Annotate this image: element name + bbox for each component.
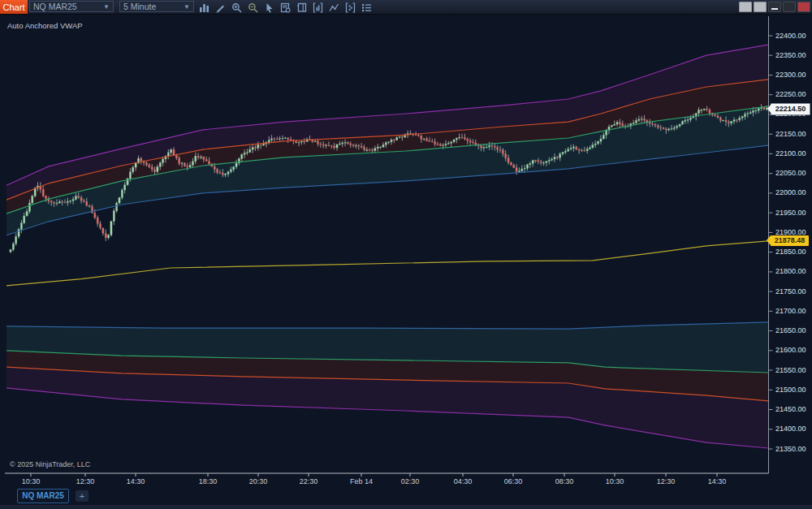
instrument-dropdown[interactable]: ▼ NQ MAR25 bbox=[29, 1, 114, 12]
price-axis-label: 21800.00 bbox=[775, 267, 806, 275]
price-axis-label: 21350.00 bbox=[775, 445, 806, 453]
price-axis-label: 22100.00 bbox=[775, 149, 806, 157]
price-axis-label: 21500.00 bbox=[775, 386, 806, 394]
vwap-price-value: 21878.48 bbox=[775, 236, 806, 244]
price-axis-label: 22000.00 bbox=[775, 188, 806, 196]
time-axis-label: 12:30 bbox=[657, 477, 676, 485]
time-axis-label: 20:30 bbox=[249, 477, 268, 485]
price-axis-label: 21850.00 bbox=[775, 248, 806, 256]
time-axis-label: 10:30 bbox=[22, 477, 41, 485]
minimize-icon bbox=[771, 8, 778, 10]
pencil-icon[interactable] bbox=[215, 2, 226, 12]
bar-chart-icon[interactable] bbox=[199, 2, 209, 12]
close-button[interactable] bbox=[797, 2, 810, 12]
chart-menu-button[interactable]: Chart bbox=[0, 0, 28, 14]
panel-button-1[interactable] bbox=[739, 2, 752, 12]
interval-dropdown-value: 5 Minute bbox=[123, 2, 156, 11]
copyright-text: © 2025 NinjaTrader, LLC bbox=[10, 460, 90, 468]
chart-canvas[interactable]: Auto Anchored VWAP © 2025 NinjaTrader, L… bbox=[0, 14, 812, 509]
time-axis-label: 10:30 bbox=[606, 477, 624, 485]
price-axis-label: 22250.00 bbox=[775, 90, 806, 98]
price-axis-label: 21600.00 bbox=[775, 346, 806, 354]
price-axis-label: 21950.00 bbox=[775, 209, 806, 217]
chevron-down-icon: ▼ bbox=[184, 2, 190, 12]
zoom-out-icon[interactable] bbox=[248, 2, 258, 12]
vwap-line bbox=[6, 241, 768, 286]
time-axis-label: Feb 14 bbox=[350, 477, 373, 485]
interval-dropdown[interactable]: ▼ 5 Minute bbox=[119, 1, 194, 12]
list-icon[interactable] bbox=[361, 2, 372, 12]
strategy-icon[interactable] bbox=[345, 2, 356, 12]
add-tab-button[interactable]: + bbox=[76, 490, 89, 502]
time-axis-label: 22:30 bbox=[300, 477, 318, 485]
price-axis-label: 21450.00 bbox=[775, 405, 806, 413]
price-axis-label: 21650.00 bbox=[775, 326, 806, 334]
minimize-button[interactable] bbox=[768, 2, 781, 12]
chevron-down-icon: ▼ bbox=[103, 2, 110, 12]
price-axis-label: 21700.00 bbox=[775, 307, 806, 315]
time-axis-label: 12:30 bbox=[76, 477, 95, 485]
time-axis-label: 04:30 bbox=[454, 477, 473, 485]
instrument-dropdown-value: NQ MAR25 bbox=[33, 2, 77, 11]
time-axis-label: 06:30 bbox=[504, 477, 523, 485]
line-chart-icon[interactable] bbox=[329, 2, 339, 12]
window-controls bbox=[737, 2, 810, 11]
price-axis-label: 21400.00 bbox=[775, 425, 806, 433]
market-analyzer-icon[interactable] bbox=[313, 2, 323, 12]
tab-nq-mar25[interactable]: NQ MAR25 bbox=[17, 489, 69, 503]
time-axis-label: 14:30 bbox=[708, 477, 727, 485]
toolbar-icons bbox=[199, 2, 378, 12]
chart-trader-icon[interactable] bbox=[296, 2, 307, 12]
last-price-value: 22214.50 bbox=[775, 105, 806, 113]
indicator-label: Auto Anchored VWAP bbox=[7, 21, 83, 30]
tab-bar-strip bbox=[0, 505, 812, 509]
panel-button-2[interactable] bbox=[754, 2, 767, 12]
price-axis-label: 22350.00 bbox=[775, 51, 806, 59]
price-axis-label: 22300.00 bbox=[775, 71, 806, 79]
price-axis-label: 22400.00 bbox=[775, 32, 806, 40]
price-chart bbox=[0, 0, 812, 509]
vwap-price-marker: 21878.48 bbox=[771, 235, 809, 246]
time-axis-label: 02:30 bbox=[401, 477, 420, 485]
last-price-marker: 22214.50 bbox=[771, 103, 810, 115]
zoom-in-icon[interactable] bbox=[231, 2, 242, 12]
maximize-button[interactable] bbox=[783, 2, 796, 12]
price-axis-label: 22150.00 bbox=[775, 130, 806, 138]
time-axis-label: 08:30 bbox=[555, 477, 574, 485]
price-axis-label: 21550.00 bbox=[775, 366, 806, 374]
time-axis-label: 18:30 bbox=[199, 477, 218, 485]
data-box-icon[interactable] bbox=[280, 2, 291, 12]
cursor-icon[interactable] bbox=[264, 2, 274, 12]
price-axis-label: 21750.00 bbox=[775, 287, 806, 295]
toolbar: Chart ▼ NQ MAR25 ▼ 5 Minute bbox=[0, 0, 812, 15]
time-axis-label: 14:30 bbox=[127, 477, 145, 485]
price-axis-label: 22050.00 bbox=[775, 169, 806, 177]
tab-bar: NQ MAR25 + bbox=[0, 487, 812, 509]
